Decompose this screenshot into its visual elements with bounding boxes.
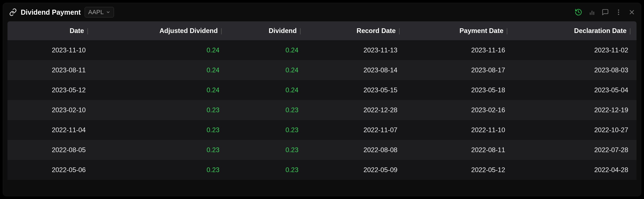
table-row[interactable]: 2023-05-120.240.242023-05-152023-05-1820… [7,80,637,100]
cell-declaration-date: 2022-10-27 [513,120,637,140]
table-row[interactable]: 2023-11-100.240.242023-11-132023-11-1620… [7,40,637,60]
cell-payment-date: 2023-08-17 [406,60,513,80]
history-icon[interactable] [575,8,582,16]
cell-record-date: 2023-08-14 [307,60,406,80]
cell-payment-date: 2022-11-10 [406,120,513,140]
col-date[interactable]: Date| [7,21,94,40]
col-record-date[interactable]: Record Date| [307,21,406,40]
comment-icon[interactable] [602,9,609,16]
cell-payment-date: 2022-08-11 [406,140,513,160]
table-row[interactable]: 2022-11-040.230.232022-11-072022-11-1020… [7,120,637,140]
svg-point-3 [618,9,619,11]
cell-declaration-date: 2022-04-28 [513,160,637,180]
cell-date: 2023-02-10 [7,100,94,120]
chevron-down-icon [106,10,110,14]
cell-record-date: 2022-08-08 [307,140,406,160]
cell-record-date: 2022-05-09 [307,160,406,180]
dividend-panel: Dividend Payment AAPL [3,3,641,196]
cell-adj-dividend: 0.23 [94,120,228,140]
cell-adj-dividend: 0.23 [94,160,228,180]
dividend-table: Date| Adjusted Dividend| Dividend| Recor… [7,21,637,180]
panel-title: Dividend Payment [21,8,81,16]
cell-adj-dividend: 0.23 [94,100,228,120]
cell-record-date: 2022-11-07 [307,120,406,140]
bar-chart-icon[interactable] [588,9,596,16]
col-declaration-date[interactable]: Declaration Date| [513,21,637,40]
ticker-select[interactable]: AAPL [85,7,114,17]
cell-date: 2022-05-06 [7,160,94,180]
cell-payment-date: 2022-05-12 [406,160,513,180]
cell-declaration-date: 2022-12-19 [513,100,637,120]
col-adj-dividend[interactable]: Adjusted Dividend| [94,21,228,40]
svg-point-5 [618,14,619,15]
cell-declaration-date: 2023-11-02 [513,40,637,60]
cell-dividend: 0.24 [228,40,307,60]
cell-dividend: 0.24 [228,80,307,100]
cell-payment-date: 2023-05-18 [406,80,513,100]
cell-record-date: 2022-12-28 [307,100,406,120]
table-row[interactable]: 2023-08-110.240.242023-08-142023-08-1720… [7,60,637,80]
header-actions [575,8,635,16]
link-icon [9,8,17,16]
cell-date: 2023-05-12 [7,80,94,100]
cell-dividend: 0.23 [228,120,307,140]
table-scroll[interactable]: Date| Adjusted Dividend| Dividend| Recor… [7,21,637,192]
table-row[interactable]: 2023-02-100.230.232022-12-282023-02-1620… [7,100,637,120]
table-row[interactable]: 2022-08-050.230.232022-08-082022-08-1120… [7,140,637,160]
cell-adj-dividend: 0.24 [94,60,228,80]
ticker-value: AAPL [88,9,104,16]
cell-payment-date: 2023-02-16 [406,100,513,120]
cell-record-date: 2023-05-15 [307,80,406,100]
cell-declaration-date: 2023-08-03 [513,60,637,80]
panel-header: Dividend Payment AAPL [3,3,641,21]
table-wrap: Date| Adjusted Dividend| Dividend| Recor… [3,21,641,196]
cell-adj-dividend: 0.24 [94,40,228,60]
svg-point-4 [618,12,619,13]
cell-date: 2022-11-04 [7,120,94,140]
cell-dividend: 0.23 [228,100,307,120]
cell-payment-date: 2023-11-16 [406,40,513,60]
cell-declaration-date: 2022-07-28 [513,140,637,160]
more-icon[interactable] [615,9,622,16]
cell-adj-dividend: 0.23 [94,140,228,160]
col-dividend[interactable]: Dividend| [228,21,307,40]
cell-dividend: 0.23 [228,140,307,160]
table-header-row: Date| Adjusted Dividend| Dividend| Recor… [7,21,637,40]
cell-adj-dividend: 0.24 [94,80,228,100]
cell-date: 2022-08-05 [7,140,94,160]
cell-dividend: 0.23 [228,160,307,180]
table-body: 2023-11-100.240.242023-11-132023-11-1620… [7,40,637,180]
cell-dividend: 0.24 [228,60,307,80]
close-icon[interactable] [628,9,635,16]
col-payment-date[interactable]: Payment Date| [406,21,513,40]
cell-declaration-date: 2023-05-04 [513,80,637,100]
cell-date: 2023-08-11 [7,60,94,80]
cell-date: 2023-11-10 [7,40,94,60]
cell-record-date: 2023-11-13 [307,40,406,60]
table-row[interactable]: 2022-05-060.230.232022-05-092022-05-1220… [7,160,637,180]
